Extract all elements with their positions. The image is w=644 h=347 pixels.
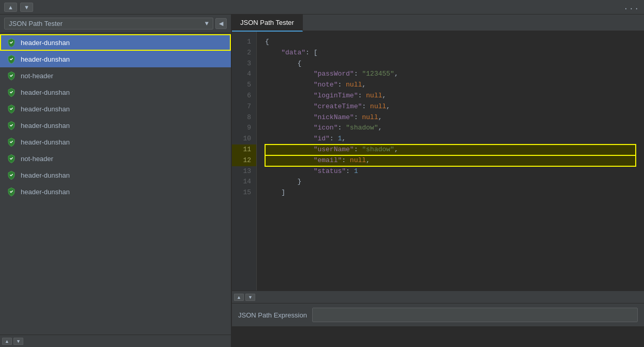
right-panel-bottom: ▲ ▼ JSON Path Expression [232, 291, 644, 347]
list-item[interactable]: header-dunshan [0, 134, 231, 150]
left-panel-scroll-controls: ▲ ▼ [0, 335, 231, 347]
list-item[interactable]: header-dunshan [0, 100, 231, 117]
list-item-label: header-dunshan [21, 188, 70, 196]
code-line: "loginTime": null, [265, 91, 636, 102]
top-bar-up-btn[interactable]: ▲ [4, 3, 17, 12]
code-line: "passWord": "123455", [265, 69, 636, 80]
list-item[interactable]: header-dunshan [0, 51, 231, 67]
line-number: 6 [232, 91, 256, 102]
left-panel-collapse-btn[interactable]: ◀ [215, 18, 227, 29]
left-panel-dropdown[interactable]: JSON Path Tester ▼ [4, 18, 213, 30]
code-line: "email": null, [265, 155, 636, 166]
list-item[interactable]: not-header [0, 150, 231, 167]
left-scroll-down-btn[interactable]: ▼ [13, 338, 23, 345]
list-item-label: not-header [21, 155, 53, 163]
left-panel-title: JSON Path Tester [9, 20, 205, 27]
code-line: } [265, 177, 636, 187]
list-item[interactable]: not-header [0, 67, 231, 84]
code-line: { [265, 37, 636, 48]
line-number: 4 [232, 69, 256, 80]
code-line: "createTime": null, [265, 102, 636, 112]
line-number: 9 [232, 123, 256, 134]
list-item-label: header-dunshan [21, 39, 70, 47]
line-number: 10 [232, 134, 256, 144]
expression-label: JSON Path Expression [238, 311, 307, 319]
line-number: 14 [232, 177, 256, 187]
line-number: 13 [232, 166, 256, 177]
shield-check-icon [6, 87, 17, 97]
shield-check-icon [6, 104, 17, 114]
shield-check-icon [6, 186, 17, 197]
left-scroll-up-btn[interactable]: ▲ [2, 338, 12, 345]
code-line: "data": [ [265, 48, 636, 59]
list-item-label: header-dunshan [21, 105, 70, 113]
list-item-label: header-dunshan [21, 138, 70, 146]
line-number: 11 [232, 144, 256, 155]
main-layout: JSON Path Tester ▼ ◀ header-dunshan head… [0, 15, 644, 347]
shield-check-icon [6, 70, 17, 81]
shield-check-icon [6, 170, 17, 180]
list-item-label: header-dunshan [21, 171, 70, 179]
right-panel: JSON Path Tester 123456789101112131415 {… [232, 15, 644, 347]
code-line: "note": null, [265, 80, 636, 91]
shield-check-icon [6, 120, 17, 131]
top-bar-dots: ... [624, 3, 640, 11]
left-panel: JSON Path Tester ▼ ◀ header-dunshan head… [0, 15, 232, 347]
line-number: 5 [232, 80, 256, 91]
code-content: { "data": [ { "passWord": "123455", "not… [257, 32, 644, 291]
list-item[interactable]: header-dunshan [0, 34, 231, 51]
code-line: "nickName": null, [265, 112, 636, 123]
list-item-label: header-dunshan [21, 89, 70, 96]
bottom-scroll-controls: ▲ ▼ [232, 291, 644, 303]
list-item-label: not-header [21, 72, 53, 80]
bottom-scroll-up-btn[interactable]: ▲ [234, 294, 244, 301]
bottom-scroll-down-btn[interactable]: ▼ [245, 294, 255, 301]
line-number: 15 [232, 187, 256, 198]
bottom-empty-area [232, 326, 644, 347]
line-number: 12 [232, 155, 256, 166]
code-line: "icon": "shadow", [265, 123, 636, 134]
code-line: { [265, 59, 636, 69]
list-item[interactable]: header-dunshan [0, 167, 231, 183]
code-line: "id": 1, [265, 134, 636, 144]
line-number: 1 [232, 37, 256, 48]
list-item-label: header-dunshan [21, 55, 70, 63]
code-line: ] [265, 187, 636, 198]
expression-input[interactable] [312, 308, 638, 322]
expression-bar: JSON Path Expression [232, 303, 644, 326]
left-panel-header: JSON Path Tester ▼ ◀ [0, 15, 231, 33]
list-item-label: header-dunshan [21, 122, 70, 129]
list-container: header-dunshan header-dunshan not-header… [0, 33, 231, 335]
list-item[interactable]: header-dunshan [0, 183, 231, 200]
shield-check-icon [6, 153, 17, 164]
line-number: 2 [232, 48, 256, 59]
line-number: 3 [232, 59, 256, 69]
tab-json-path-tester[interactable]: JSON Path Tester [232, 15, 303, 32]
list-item[interactable]: header-dunshan [0, 117, 231, 134]
line-number: 7 [232, 102, 256, 112]
list-item[interactable]: header-dunshan [0, 84, 231, 100]
shield-check-icon [6, 37, 17, 48]
code-area: 123456789101112131415 { "data": [ { "pas… [232, 32, 644, 291]
shield-check-icon [6, 137, 17, 147]
line-number: 8 [232, 112, 256, 123]
top-bar: ▲ ▼ ... [0, 0, 644, 15]
dropdown-arrow-icon: ▼ [205, 20, 209, 27]
top-bar-down-btn[interactable]: ▼ [20, 3, 33, 12]
code-line: "status": 1 [265, 166, 636, 177]
right-panel-tabs: JSON Path Tester [232, 15, 644, 32]
shield-check-icon [6, 54, 17, 64]
line-numbers: 123456789101112131415 [232, 32, 257, 291]
code-line: "userName": "shadow", [265, 144, 636, 155]
